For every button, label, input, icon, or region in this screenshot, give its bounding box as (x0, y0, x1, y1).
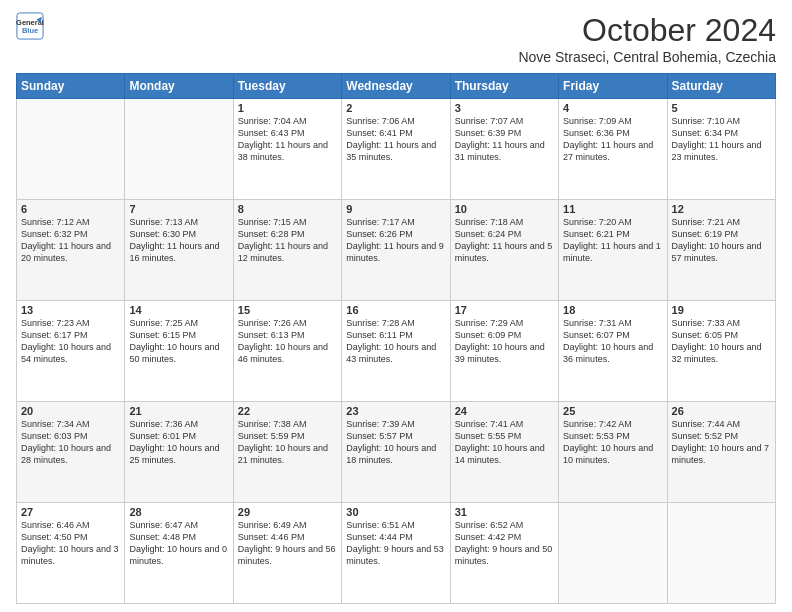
col-sunday: Sunday (17, 74, 125, 99)
table-row: 3Sunrise: 7:07 AM Sunset: 6:39 PM Daylig… (450, 99, 558, 200)
cell-content: Sunrise: 7:34 AM Sunset: 6:03 PM Dayligh… (21, 418, 120, 467)
cell-content: Sunrise: 7:06 AM Sunset: 6:41 PM Dayligh… (346, 115, 445, 164)
table-row: 29Sunrise: 6:49 AM Sunset: 4:46 PM Dayli… (233, 503, 341, 604)
cell-content: Sunrise: 7:42 AM Sunset: 5:53 PM Dayligh… (563, 418, 662, 467)
cell-content: Sunrise: 7:28 AM Sunset: 6:11 PM Dayligh… (346, 317, 445, 366)
col-friday: Friday (559, 74, 667, 99)
cell-content: Sunrise: 7:36 AM Sunset: 6:01 PM Dayligh… (129, 418, 228, 467)
title-area: October 2024 Nove Straseci, Central Bohe… (518, 12, 776, 65)
day-number: 31 (455, 506, 554, 518)
col-tuesday: Tuesday (233, 74, 341, 99)
day-number: 11 (563, 203, 662, 215)
day-number: 27 (21, 506, 120, 518)
cell-content: Sunrise: 6:47 AM Sunset: 4:48 PM Dayligh… (129, 519, 228, 568)
day-number: 18 (563, 304, 662, 316)
cell-content: Sunrise: 7:15 AM Sunset: 6:28 PM Dayligh… (238, 216, 337, 265)
cell-content: Sunrise: 7:10 AM Sunset: 6:34 PM Dayligh… (672, 115, 771, 164)
svg-text:Blue: Blue (22, 26, 38, 35)
table-row: 10Sunrise: 7:18 AM Sunset: 6:24 PM Dayli… (450, 200, 558, 301)
table-row: 19Sunrise: 7:33 AM Sunset: 6:05 PM Dayli… (667, 301, 775, 402)
logo-icon: General Blue (16, 12, 44, 40)
day-number: 25 (563, 405, 662, 417)
table-row: 8Sunrise: 7:15 AM Sunset: 6:28 PM Daylig… (233, 200, 341, 301)
day-number: 24 (455, 405, 554, 417)
table-row: 9Sunrise: 7:17 AM Sunset: 6:26 PM Daylig… (342, 200, 450, 301)
cell-content: Sunrise: 7:38 AM Sunset: 5:59 PM Dayligh… (238, 418, 337, 467)
day-number: 28 (129, 506, 228, 518)
cell-content: Sunrise: 6:49 AM Sunset: 4:46 PM Dayligh… (238, 519, 337, 568)
table-row: 1Sunrise: 7:04 AM Sunset: 6:43 PM Daylig… (233, 99, 341, 200)
cell-content: Sunrise: 7:21 AM Sunset: 6:19 PM Dayligh… (672, 216, 771, 265)
cell-content: Sunrise: 7:20 AM Sunset: 6:21 PM Dayligh… (563, 216, 662, 265)
day-number: 9 (346, 203, 445, 215)
cell-content: Sunrise: 7:17 AM Sunset: 6:26 PM Dayligh… (346, 216, 445, 265)
table-row: 7Sunrise: 7:13 AM Sunset: 6:30 PM Daylig… (125, 200, 233, 301)
day-number: 23 (346, 405, 445, 417)
cell-content: Sunrise: 7:41 AM Sunset: 5:55 PM Dayligh… (455, 418, 554, 467)
day-number: 22 (238, 405, 337, 417)
day-number: 29 (238, 506, 337, 518)
table-row (125, 99, 233, 200)
cell-content: Sunrise: 7:31 AM Sunset: 6:07 PM Dayligh… (563, 317, 662, 366)
day-number: 21 (129, 405, 228, 417)
day-number: 2 (346, 102, 445, 114)
day-number: 12 (672, 203, 771, 215)
day-number: 7 (129, 203, 228, 215)
table-row: 28Sunrise: 6:47 AM Sunset: 4:48 PM Dayli… (125, 503, 233, 604)
cell-content: Sunrise: 7:18 AM Sunset: 6:24 PM Dayligh… (455, 216, 554, 265)
cell-content: Sunrise: 6:46 AM Sunset: 4:50 PM Dayligh… (21, 519, 120, 568)
cell-content: Sunrise: 7:09 AM Sunset: 6:36 PM Dayligh… (563, 115, 662, 164)
cell-content: Sunrise: 6:52 AM Sunset: 4:42 PM Dayligh… (455, 519, 554, 568)
cell-content: Sunrise: 7:07 AM Sunset: 6:39 PM Dayligh… (455, 115, 554, 164)
cell-content: Sunrise: 7:25 AM Sunset: 6:15 PM Dayligh… (129, 317, 228, 366)
table-row (667, 503, 775, 604)
cell-content: Sunrise: 7:23 AM Sunset: 6:17 PM Dayligh… (21, 317, 120, 366)
table-row: 31Sunrise: 6:52 AM Sunset: 4:42 PM Dayli… (450, 503, 558, 604)
table-row: 11Sunrise: 7:20 AM Sunset: 6:21 PM Dayli… (559, 200, 667, 301)
table-row: 18Sunrise: 7:31 AM Sunset: 6:07 PM Dayli… (559, 301, 667, 402)
day-number: 3 (455, 102, 554, 114)
day-number: 5 (672, 102, 771, 114)
day-number: 1 (238, 102, 337, 114)
col-saturday: Saturday (667, 74, 775, 99)
cell-content: Sunrise: 7:33 AM Sunset: 6:05 PM Dayligh… (672, 317, 771, 366)
table-row: 21Sunrise: 7:36 AM Sunset: 6:01 PM Dayli… (125, 402, 233, 503)
table-row: 27Sunrise: 6:46 AM Sunset: 4:50 PM Dayli… (17, 503, 125, 604)
day-number: 10 (455, 203, 554, 215)
day-number: 15 (238, 304, 337, 316)
day-number: 17 (455, 304, 554, 316)
day-number: 16 (346, 304, 445, 316)
table-row: 23Sunrise: 7:39 AM Sunset: 5:57 PM Dayli… (342, 402, 450, 503)
table-row (559, 503, 667, 604)
cell-content: Sunrise: 7:26 AM Sunset: 6:13 PM Dayligh… (238, 317, 337, 366)
cell-content: Sunrise: 6:51 AM Sunset: 4:44 PM Dayligh… (346, 519, 445, 568)
table-row: 2Sunrise: 7:06 AM Sunset: 6:41 PM Daylig… (342, 99, 450, 200)
table-row: 22Sunrise: 7:38 AM Sunset: 5:59 PM Dayli… (233, 402, 341, 503)
cell-content: Sunrise: 7:12 AM Sunset: 6:32 PM Dayligh… (21, 216, 120, 265)
month-title: October 2024 (518, 12, 776, 49)
table-row: 14Sunrise: 7:25 AM Sunset: 6:15 PM Dayli… (125, 301, 233, 402)
col-wednesday: Wednesday (342, 74, 450, 99)
table-row: 24Sunrise: 7:41 AM Sunset: 5:55 PM Dayli… (450, 402, 558, 503)
col-monday: Monday (125, 74, 233, 99)
table-row: 15Sunrise: 7:26 AM Sunset: 6:13 PM Dayli… (233, 301, 341, 402)
table-row: 17Sunrise: 7:29 AM Sunset: 6:09 PM Dayli… (450, 301, 558, 402)
table-row: 26Sunrise: 7:44 AM Sunset: 5:52 PM Dayli… (667, 402, 775, 503)
day-number: 26 (672, 405, 771, 417)
day-number: 30 (346, 506, 445, 518)
day-number: 4 (563, 102, 662, 114)
col-thursday: Thursday (450, 74, 558, 99)
table-row: 20Sunrise: 7:34 AM Sunset: 6:03 PM Dayli… (17, 402, 125, 503)
table-row: 4Sunrise: 7:09 AM Sunset: 6:36 PM Daylig… (559, 99, 667, 200)
cell-content: Sunrise: 7:04 AM Sunset: 6:43 PM Dayligh… (238, 115, 337, 164)
day-number: 14 (129, 304, 228, 316)
table-row (17, 99, 125, 200)
logo: General Blue (16, 12, 44, 40)
cell-content: Sunrise: 7:39 AM Sunset: 5:57 PM Dayligh… (346, 418, 445, 467)
day-number: 20 (21, 405, 120, 417)
table-row: 16Sunrise: 7:28 AM Sunset: 6:11 PM Dayli… (342, 301, 450, 402)
table-row: 5Sunrise: 7:10 AM Sunset: 6:34 PM Daylig… (667, 99, 775, 200)
table-row: 30Sunrise: 6:51 AM Sunset: 4:44 PM Dayli… (342, 503, 450, 604)
day-number: 8 (238, 203, 337, 215)
calendar-header-row: Sunday Monday Tuesday Wednesday Thursday… (17, 74, 776, 99)
